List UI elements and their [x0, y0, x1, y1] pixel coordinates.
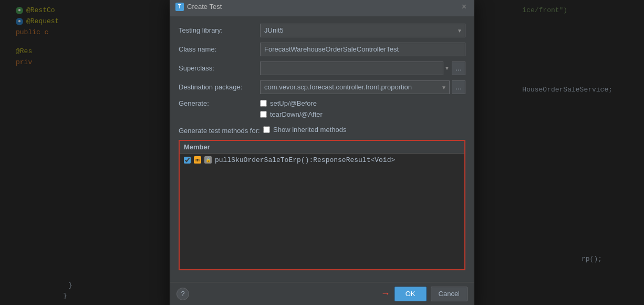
arrow-indicator: → — [381, 288, 390, 299]
generate-label: Generate: — [179, 99, 260, 107]
superclass-row: Superclass: ▼ … — [179, 62, 465, 75]
help-button[interactable]: ? — [176, 288, 189, 300]
destination-package-label: Destination package: — [179, 83, 260, 91]
superclass-dropdown-wrap: ▼ — [260, 62, 450, 75]
destination-package-dropdown-wrap: com.vevor.scp.forecast.controller.front.… — [260, 80, 450, 94]
class-name-label: Class name: — [179, 45, 260, 53]
teardown-checkbox[interactable] — [260, 111, 267, 118]
dialog-title: Create Test — [187, 3, 222, 11]
method-icon-lock: 🔒 — [204, 156, 212, 164]
superclass-control: ▼ … — [260, 62, 465, 75]
destination-package-select[interactable]: com.vevor.scp.forecast.controller.front.… — [260, 80, 450, 94]
method-icon-m: m — [194, 156, 201, 164]
superclass-dropdown-arrow: ▼ — [444, 65, 450, 71]
member-table-header: Member — [180, 141, 464, 154]
cancel-button[interactable]: Cancel — [431, 287, 468, 301]
dialog-footer: ? → OK Cancel — [170, 282, 474, 306]
create-test-dialog: T Create Test × Testing library: JUnit5 … — [170, 0, 474, 305]
table-row: m 🔒 pullSkuOrderSaleToErp():ResponseResu… — [180, 154, 464, 167]
setup-checkbox[interactable] — [260, 100, 267, 107]
superclass-input[interactable] — [260, 62, 443, 75]
ok-button[interactable]: OK — [394, 287, 427, 301]
class-name-input[interactable] — [260, 43, 465, 56]
teardown-checkbox-row: tearDown/@After — [260, 110, 323, 118]
generate-test-methods-row: Generate test methods for: Show inherite… — [179, 126, 465, 136]
superclass-browse-button[interactable]: … — [452, 62, 465, 75]
destination-package-browse-button[interactable]: … — [452, 80, 465, 94]
modal-overlay: T Create Test × Testing library: JUnit5 … — [0, 0, 644, 305]
testing-library-dropdown-wrap: JUnit5 ▼ — [260, 24, 465, 37]
member-table: Member m 🔒 pullSkuOrderSaleToErp():Respo… — [179, 140, 465, 270]
show-inherited-checkbox[interactable] — [263, 126, 270, 133]
generate-options: setUp/@Before tearDown/@After — [260, 99, 323, 120]
testing-library-select[interactable]: JUnit5 — [260, 24, 465, 37]
class-name-control — [260, 43, 465, 56]
teardown-label[interactable]: tearDown/@After — [270, 110, 323, 118]
testing-library-row: Testing library: JUnit5 ▼ — [179, 24, 465, 37]
dialog-title-left: T Create Test — [175, 3, 222, 11]
destination-package-row: Destination package: com.vevor.scp.forec… — [179, 80, 465, 94]
superclass-label: Superclass: — [179, 64, 260, 72]
show-inherited-label[interactable]: Show inherited methods — [273, 126, 346, 134]
setup-label[interactable]: setUp/@Before — [270, 99, 317, 107]
dialog-titlebar: T Create Test × — [170, 0, 474, 16]
destination-package-control: com.vevor.scp.forecast.controller.front.… — [260, 80, 465, 94]
member-row-checkbox[interactable] — [184, 157, 191, 164]
member-name: pullSkuOrderSaleToErp():ResponseResult<V… — [215, 156, 395, 164]
testing-library-label: Testing library: — [179, 26, 260, 34]
footer-right: → OK Cancel — [381, 287, 468, 301]
testing-library-control: JUnit5 ▼ — [260, 24, 465, 37]
class-name-row: Class name: — [179, 43, 465, 56]
show-inherited-row: Show inherited methods — [263, 126, 346, 134]
dialog-icon: T — [175, 3, 184, 11]
generate-test-methods-label: Generate test methods for: — [179, 127, 260, 135]
generate-row: Generate: setUp/@Before tearDown/@After — [179, 99, 465, 120]
footer-left: ? — [176, 288, 189, 300]
setup-checkbox-row: setUp/@Before — [260, 99, 323, 107]
dialog-close-button[interactable]: × — [460, 2, 469, 12]
member-table-body: m 🔒 pullSkuOrderSaleToErp():ResponseResu… — [180, 154, 464, 269]
dialog-body: Testing library: JUnit5 ▼ Class name: — [170, 16, 474, 282]
